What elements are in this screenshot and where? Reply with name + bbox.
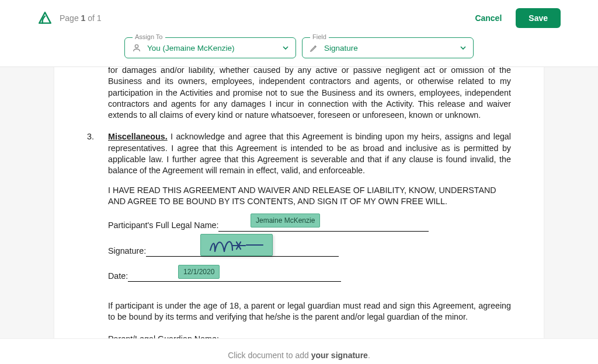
document-viewport[interactable]: for damages and/or liability, whether ca…	[0, 67, 598, 339]
assign-to-field[interactable]: Assign To You (Jemaine McKenzie)	[124, 37, 296, 58]
acknowledgment-text: I HAVE READ THIS AGREEMENT AND WAIVER AN…	[87, 185, 511, 208]
assign-to-value: You (Jemaine McKenzie)	[147, 44, 283, 52]
signature-row: Signature:	[108, 246, 511, 257]
page-indicator: Page 1 of 1	[60, 13, 102, 23]
signature-field-tag[interactable]	[200, 234, 273, 256]
chevron-down-icon	[283, 43, 288, 53]
pencil-icon	[310, 44, 318, 52]
footer-hint: Click document to add your signature.	[0, 339, 598, 364]
paragraph-release: for damages and/or liability, whether ca…	[87, 67, 511, 121]
date-row: Date: 12/1/2020	[108, 271, 511, 282]
person-icon	[132, 43, 141, 52]
header: Page 1 of 1 Cancel Save	[0, 0, 598, 33]
cancel-button[interactable]: Cancel	[468, 9, 509, 27]
full-name-row: Participant's Full Legal Name: Jemaine M…	[108, 220, 511, 231]
date-field-tag[interactable]: 12/1/2020	[178, 265, 220, 279]
app-logo	[37, 10, 53, 26]
svg-point-0	[135, 45, 138, 48]
guardian-block: Parent/Legal Guardian Name: Signature:	[87, 334, 511, 339]
assign-to-label: Assign To	[133, 33, 165, 40]
signature-block: Participant's Full Legal Name: Jemaine M…	[87, 220, 511, 282]
toolbar: Assign To You (Jemaine McKenzie) Field S…	[0, 33, 598, 67]
field-type-value: Signature	[324, 44, 460, 52]
minor-clause: If participant is under the age of 18, a…	[87, 300, 511, 323]
signature-glyph	[204, 235, 269, 255]
name-field-tag[interactable]: Jemaine McKenzie	[251, 214, 320, 228]
document-page[interactable]: for damages and/or liability, whether ca…	[54, 67, 544, 339]
chevron-down-icon	[460, 43, 466, 53]
save-button[interactable]: Save	[516, 8, 561, 28]
clause-number: 3.	[87, 131, 108, 176]
field-type-field[interactable]: Field Signature	[302, 37, 474, 58]
clause-content: Miscellaneous. I acknowledge and agree t…	[108, 131, 511, 176]
clause-3: 3. Miscellaneous. I acknowledge and agre…	[87, 131, 511, 176]
field-type-label: Field	[310, 33, 329, 40]
guardian-name-row: Parent/Legal Guardian Name:	[108, 334, 511, 339]
